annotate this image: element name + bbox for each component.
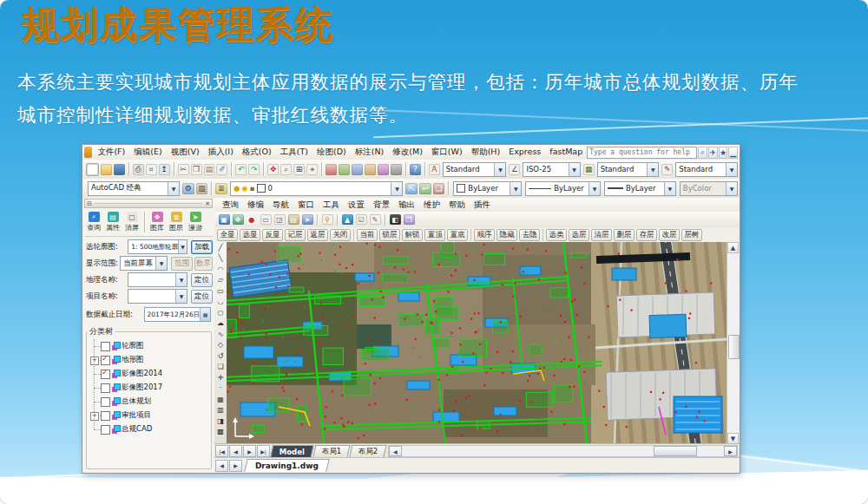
fastmap-menu-item[interactable]: 输出 <box>394 200 419 211</box>
layer-button[interactable]: 选层 <box>569 229 589 241</box>
copy-icon[interactable]: ❐ <box>191 164 202 175</box>
fastmap-menu-item[interactable]: 工具 <box>319 200 344 211</box>
workspace-combo[interactable]: AutoCAD 经典▼ <box>88 181 180 196</box>
plotstyle-combo[interactable]: ByColor▼ <box>680 181 738 196</box>
menu-item[interactable]: 帮助(H) <box>467 147 505 158</box>
edit-check-icon[interactable]: ☑ <box>356 214 367 225</box>
horizontal-scroll-thumb[interactable] <box>654 446 697 456</box>
menu-item[interactable]: 修改(M) <box>388 147 427 158</box>
tree-checkbox[interactable] <box>101 370 110 379</box>
scroll-right-icon[interactable]: ▶ <box>724 446 737 456</box>
menu-item[interactable]: 编辑(E) <box>129 147 166 158</box>
layer-states-icon[interactable]: ❏ <box>433 183 445 194</box>
load-button[interactable]: 加载 <box>191 240 213 254</box>
project-name-combo[interactable]: ▼ <box>128 289 187 304</box>
layer-button[interactable]: 存层 <box>636 229 657 241</box>
scroll-up-icon[interactable]: ▲ <box>727 242 739 253</box>
menu-item[interactable]: 格式(O) <box>238 147 276 158</box>
panel-collapse-icon[interactable]: ⊟ <box>87 200 92 207</box>
panel-tool-gallery[interactable]: ❖图库 <box>148 209 167 235</box>
vertical-scrollbar[interactable]: ▲ ▼ <box>727 242 740 444</box>
tab-layout2[interactable]: 布局2 <box>350 445 387 457</box>
tree-item[interactable]: 总规CAD <box>87 422 211 436</box>
menu-item[interactable]: fastMap <box>545 147 587 158</box>
markup-icon[interactable] <box>378 164 389 175</box>
plot-preview-icon[interactable]: ⌗ <box>146 164 157 175</box>
tree-item[interactable]: 地形图 <box>87 353 211 367</box>
date-picker[interactable]: 2017年12月26日▦ <box>144 307 211 322</box>
locate-pin-icon[interactable]: ⚲ <box>322 214 333 225</box>
tree-checkbox[interactable] <box>101 383 110 393</box>
panel-tool-roam[interactable]: ➤漫游 <box>186 209 205 235</box>
redo-icon[interactable]: ↷ <box>248 164 260 175</box>
tree-item[interactable]: 轮廓图 <box>87 339 211 353</box>
layer-button[interactable]: 选类 <box>546 229 567 241</box>
arc-tool-icon[interactable]: ◠ <box>215 264 226 275</box>
fastmap-menu-item[interactable]: 帮助 <box>444 200 470 211</box>
layer-button[interactable]: 解锁 <box>402 229 423 241</box>
layer-button[interactable]: 返层 <box>307 229 328 241</box>
make-layer-current-icon[interactable]: ⇱ <box>405 183 418 194</box>
layer-button[interactable]: 清层 <box>591 229 612 241</box>
text-style-combo[interactable]: Standard▼ <box>443 162 507 177</box>
map-query-icon[interactable]: ▣ <box>219 214 230 225</box>
block-tool-icon[interactable]: ❏ <box>215 362 226 373</box>
help-search-input[interactable] <box>587 147 697 159</box>
horizontal-scrollbar[interactable]: ◀ ▶ <box>388 445 738 457</box>
workspace-save-icon[interactable]: ▥ <box>196 183 208 194</box>
tab-model[interactable]: Model <box>271 445 314 457</box>
range-button[interactable]: 范围 <box>171 257 193 271</box>
fastmap-menu-item[interactable]: 查询 <box>218 200 243 211</box>
plot-icon[interactable]: ⎙ <box>133 164 144 175</box>
layer-button[interactable]: 全显 <box>217 229 238 241</box>
night-mode-icon[interactable]: ◧ <box>390 214 401 225</box>
layer-combo[interactable]: ● ◉ ▪ 0▼ <box>230 181 404 196</box>
geo-name-combo[interactable]: ▼ <box>128 272 187 287</box>
basemap-icon[interactable]: ▲ <box>342 214 353 225</box>
layer-button[interactable]: 顺序 <box>474 229 495 241</box>
geo-locate-button[interactable]: 定位 <box>191 273 213 287</box>
tool-palettes-icon[interactable] <box>352 164 363 175</box>
layer-button[interactable]: 反显 <box>262 229 283 241</box>
help-icon[interactable]: ? <box>410 164 421 175</box>
comm-center-icon[interactable]: ✈ <box>708 147 718 159</box>
workspace-settings-icon[interactable]: ⚙ <box>182 183 194 194</box>
menu-item[interactable]: 标注(N) <box>351 147 389 158</box>
panel-tool-properties[interactable]: ▤属性 <box>103 209 122 235</box>
tab-prev-icon[interactable]: ◀ <box>229 445 242 457</box>
layer-button[interactable]: 记层 <box>285 229 306 241</box>
table-tool-icon[interactable]: ▩ <box>215 427 226 438</box>
tab-first-icon[interactable]: |◀ <box>215 445 228 457</box>
menu-item[interactable]: 工具(T) <box>276 147 312 158</box>
layer-manager-icon[interactable]: ≣ <box>215 183 227 194</box>
gradient-tool-icon[interactable]: ▥ <box>215 405 226 416</box>
tab-drawing1[interactable]: Drawing1.dwg <box>244 459 330 472</box>
outline-map-combo[interactable]: 1: 500地形轮廓▼ <box>128 239 187 254</box>
layer-button[interactable]: 锁层 <box>379 229 400 241</box>
panel-tool-clear[interactable]: ▢清屏 <box>122 209 141 235</box>
menu-item[interactable]: Express <box>504 147 545 158</box>
minimize-icon[interactable]: ▁ <box>728 147 738 159</box>
quickcalc-icon[interactable] <box>391 164 402 175</box>
tree-checkbox[interactable] <box>101 397 110 407</box>
revcloud-tool-icon[interactable]: ☁ <box>215 318 226 330</box>
save-icon[interactable] <box>114 164 125 175</box>
dwg-prev-icon[interactable]: ◀ <box>215 460 228 472</box>
zoom-window-icon[interactable]: ⊞ <box>293 164 305 175</box>
fastmap-menu-item[interactable]: 导航 <box>268 200 293 211</box>
layer-button[interactable]: 关闭 <box>330 229 351 241</box>
tree-item[interactable]: 总体规划 <box>87 395 211 409</box>
dwg-next-icon[interactable]: ▶ <box>229 460 242 472</box>
layer-button[interactable]: 层树 <box>681 229 702 241</box>
menu-item[interactable]: 插入(I) <box>204 147 238 158</box>
tab-layout1[interactable]: 布局1 <box>313 445 351 457</box>
arc3p-tool-icon[interactable]: ◡ <box>215 297 226 308</box>
menu-item[interactable]: 文件(F) <box>93 147 129 158</box>
table-style-combo[interactable]: Standard▼ <box>597 162 660 177</box>
zoom-previous-icon[interactable]: ⌖ <box>306 164 318 175</box>
fastmap-menu-item[interactable]: 窗口 <box>293 200 319 211</box>
insert-tool-icon[interactable]: ✛ <box>215 372 226 383</box>
walkthrough-icon[interactable]: ➤ <box>302 214 313 225</box>
window-select-icon[interactable]: ▭ <box>260 214 272 225</box>
fastmap-menu-item[interactable]: 插件 <box>470 200 495 211</box>
